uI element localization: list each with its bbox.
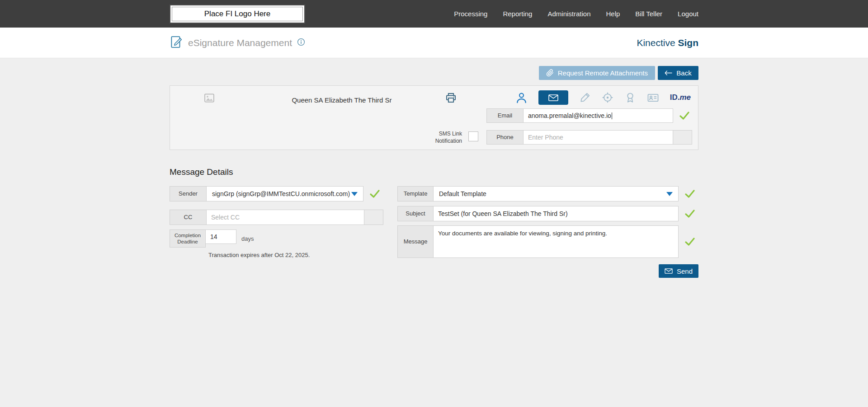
- email-field-label: Email: [486, 108, 524, 123]
- days-unit-label: days: [241, 229, 254, 248]
- template-valid-check-icon: [684, 186, 696, 201]
- message-details-heading: Message Details: [170, 167, 698, 177]
- recipient-card: Queen SA Elizabeth The Third Sr: [170, 85, 698, 150]
- nav-item-help[interactable]: Help: [606, 10, 620, 18]
- paperclip-icon: [546, 69, 554, 77]
- nav-item-administration[interactable]: Administration: [547, 10, 590, 18]
- template-dropdown[interactable]: Default Template: [434, 186, 679, 201]
- subject-valid-check-icon: [684, 206, 696, 221]
- sender-label: Sender: [170, 186, 207, 201]
- brand-logo: Kinective Sign: [637, 37, 698, 48]
- email-input[interactable]: anoma.premalal@kinective.io: [524, 108, 673, 123]
- info-icon[interactable]: [297, 38, 305, 48]
- chevron-down-icon: [666, 192, 673, 196]
- page-title: eSignature Management: [188, 37, 292, 48]
- sms-link-notification-checkbox[interactable]: [468, 131, 478, 141]
- request-remote-attachments-button[interactable]: Request Remote Attachments: [539, 66, 655, 80]
- bottom-spacer: [170, 278, 698, 407]
- phone-input[interactable]: [524, 130, 673, 145]
- cc-input[interactable]: [207, 210, 364, 225]
- phone-check-placeholder: [673, 130, 692, 145]
- back-arrow-icon: [665, 70, 672, 76]
- document-edit-icon: [170, 35, 183, 51]
- subject-input[interactable]: [434, 206, 679, 221]
- nav-item-reporting[interactable]: Reporting: [503, 10, 532, 18]
- text-cursor: [612, 112, 612, 119]
- cc-label: CC: [170, 210, 207, 225]
- back-button[interactable]: Back: [658, 66, 698, 80]
- message-textarea[interactable]: Your documents are available for viewing…: [434, 225, 679, 258]
- seal-icon[interactable]: [624, 92, 636, 103]
- cc-check-placeholder: [364, 210, 383, 225]
- target-icon[interactable]: [602, 92, 613, 103]
- chevron-down-icon: [351, 192, 358, 196]
- email-method-button-selected[interactable]: [538, 90, 568, 105]
- envelope-icon: [665, 268, 673, 274]
- completion-deadline-label: Completion Deadline: [170, 229, 206, 248]
- nav-item-processing[interactable]: Processing: [454, 10, 487, 18]
- top-nav-bar: Place FI Logo Here Processing Reporting …: [0, 0, 868, 28]
- sender-dropdown[interactable]: signGrp (signGrp@IMMTestCU.onmicrosoft.c…: [207, 186, 363, 201]
- recipient-name: Queen SA Elizabeth The Third Sr: [292, 96, 392, 104]
- nav-item-logout[interactable]: Logout: [678, 10, 698, 18]
- envelope-icon: [548, 94, 558, 101]
- image-placeholder-icon: [203, 92, 215, 106]
- expiry-note: Transaction expires after Oct 22, 2025.: [208, 252, 383, 258]
- message-label: Message: [397, 225, 434, 258]
- completion-deadline-input[interactable]: [206, 229, 236, 244]
- delivery-method-icons: ID.me: [515, 90, 691, 105]
- nav-item-user[interactable]: Bill Teller: [635, 10, 662, 18]
- email-valid-check-icon: [679, 110, 690, 122]
- subject-label: Subject: [397, 206, 434, 221]
- message-valid-check-icon: [684, 236, 696, 248]
- main-content: Request Remote Attachments Back Queen SA…: [170, 66, 698, 407]
- template-label: Template: [397, 186, 434, 201]
- id-card-icon[interactable]: [647, 92, 659, 104]
- phone-field-label: Phone: [486, 130, 524, 145]
- main-nav: Processing Reporting Administration Help…: [454, 10, 698, 18]
- sender-valid-check-icon: [369, 186, 381, 201]
- message-details-form: Sender signGrp (signGrp@IMMTestCU.onmicr…: [170, 186, 698, 278]
- person-icon[interactable]: [515, 92, 528, 104]
- fi-logo-placeholder[interactable]: Place FI Logo Here: [170, 5, 305, 23]
- signature-pen-icon[interactable]: [579, 92, 591, 103]
- idme-logo[interactable]: ID.me: [670, 93, 691, 102]
- page-header: eSignature Management Kinective Sign: [0, 28, 868, 58]
- printer-icon[interactable]: [445, 92, 457, 106]
- send-button[interactable]: Send: [659, 264, 698, 278]
- sms-link-notification-label: SMS Link Notification: [421, 131, 462, 145]
